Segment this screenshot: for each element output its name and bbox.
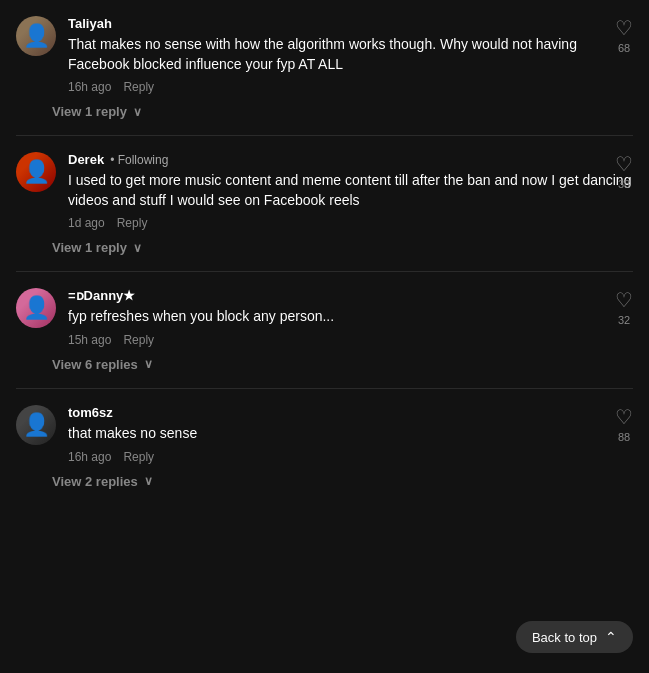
reply-button[interactable]: Reply (123, 333, 154, 347)
comment-item: =ᴅDanny★fyp refreshes when you block any… (0, 272, 649, 357)
like-section: ♡68 (615, 16, 633, 54)
following-badge: • Following (110, 153, 168, 167)
comment-meta: 15h agoReply (68, 333, 633, 347)
username[interactable]: Taliyah (68, 16, 112, 31)
view-replies-button[interactable]: View 2 replies∨ (0, 474, 649, 505)
comment-text: I used to get more music content and mem… (68, 171, 633, 210)
heart-icon[interactable]: ♡ (615, 405, 633, 429)
chevron-down-icon: ∨ (133, 241, 142, 255)
heart-icon[interactable]: ♡ (615, 152, 633, 176)
avatar (16, 288, 56, 328)
comment-meta: 16h agoReply (68, 450, 633, 464)
view-replies-button[interactable]: View 1 reply∨ (0, 240, 649, 271)
comment-body: =ᴅDanny★fyp refreshes when you block any… (68, 288, 633, 357)
like-section: ♡88 (615, 405, 633, 443)
view-replies-button[interactable]: View 6 replies∨ (0, 357, 649, 388)
comment-body: Derek• FollowingI used to get more music… (68, 152, 633, 240)
chevron-down-icon: ∨ (144, 357, 153, 371)
comment-meta: 16h agoReply (68, 80, 633, 94)
heart-icon[interactable]: ♡ (615, 288, 633, 312)
reply-button[interactable]: Reply (123, 450, 154, 464)
avatar (16, 152, 56, 192)
timestamp: 15h ago (68, 333, 111, 347)
comment-header: tom6sz (68, 405, 633, 420)
comment-meta: 1d agoReply (68, 216, 633, 230)
view-replies-label: View 2 replies (52, 474, 138, 489)
comments-list: TaliyahThat makes no sense with how the … (0, 0, 649, 505)
chevron-down-icon: ∨ (144, 474, 153, 488)
view-replies-label: View 1 reply (52, 240, 127, 255)
comment-item: TaliyahThat makes no sense with how the … (0, 0, 649, 104)
avatar (16, 405, 56, 445)
comment-header: Derek• Following (68, 152, 633, 167)
like-count: 32 (618, 314, 630, 326)
heart-icon[interactable]: ♡ (615, 16, 633, 40)
comment-body: TaliyahThat makes no sense with how the … (68, 16, 633, 104)
comment-item: Derek• FollowingI used to get more music… (0, 136, 649, 240)
reply-button[interactable]: Reply (117, 216, 148, 230)
timestamp: 1d ago (68, 216, 105, 230)
back-to-top-label: Back to top (532, 630, 597, 645)
view-replies-label: View 6 replies (52, 357, 138, 372)
comment-text: that makes no sense (68, 424, 633, 444)
comment-body: tom6szthat makes no sense16h agoReply (68, 405, 633, 474)
comment-item: tom6szthat makes no sense16h agoReply♡88 (0, 389, 649, 474)
like-count: 68 (618, 42, 630, 54)
comment-text: That makes no sense with how the algorit… (68, 35, 633, 74)
username[interactable]: tom6sz (68, 405, 113, 420)
view-replies-label: View 1 reply (52, 104, 127, 119)
timestamp: 16h ago (68, 80, 111, 94)
comment-header: Taliyah (68, 16, 633, 31)
username[interactable]: =ᴅDanny★ (68, 288, 135, 303)
up-arrow-icon: ⌃ (605, 629, 617, 645)
like-count: 88 (618, 431, 630, 443)
comment-text: fyp refreshes when you block any person.… (68, 307, 633, 327)
like-section: ♡38 (615, 152, 633, 190)
comment-header: =ᴅDanny★ (68, 288, 633, 303)
back-to-top-button[interactable]: Back to top ⌃ (516, 621, 633, 653)
like-section: ♡32 (615, 288, 633, 326)
like-count: 38 (618, 178, 630, 190)
username[interactable]: Derek (68, 152, 104, 167)
view-replies-button[interactable]: View 1 reply∨ (0, 104, 649, 135)
chevron-down-icon: ∨ (133, 105, 142, 119)
avatar (16, 16, 56, 56)
reply-button[interactable]: Reply (123, 80, 154, 94)
timestamp: 16h ago (68, 450, 111, 464)
